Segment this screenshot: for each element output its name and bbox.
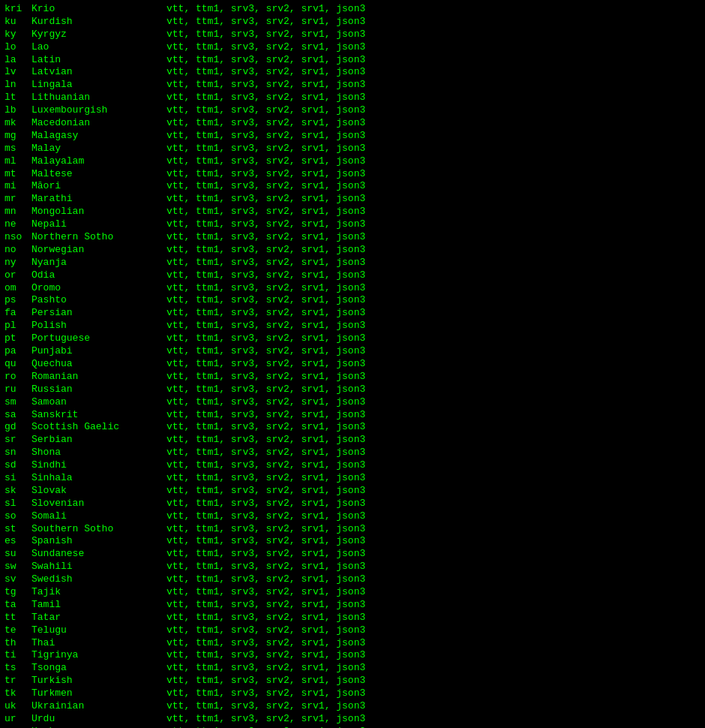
lang-formats: vtt, ttm1, srv3, srv2, srv1, json3 (166, 434, 365, 447)
lang-name: Shona (32, 447, 166, 459)
lang-code: sw (4, 561, 32, 573)
lang-formats: vtt, ttm1, srv3, srv2, srv1, json3 (166, 104, 365, 117)
table-row: tgTajikvtt, ttm1, srv3, srv2, srv1, json… (4, 586, 700, 599)
lang-formats: vtt, ttm1, srv3, srv2, srv1, json3 (166, 371, 365, 384)
table-row: teTeluguvtt, ttm1, srv3, srv2, srv1, jso… (4, 624, 700, 637)
lang-name: Samoan (32, 396, 166, 409)
table-row: swSwahilivtt, ttm1, srv3, srv2, srv1, js… (4, 561, 700, 573)
lang-formats: vtt, ttm1, srv3, srv2, srv1, json3 (166, 535, 365, 548)
lang-formats: vtt, ttm1, srv3, srv2, srv1, json3 (166, 447, 365, 459)
lang-code: es (4, 535, 32, 548)
table-row: siSinhalavtt, ttm1, srv3, srv2, srv1, js… (4, 472, 700, 485)
lang-formats: vtt, ttm1, srv3, srv2, srv1, json3 (166, 649, 365, 662)
lang-name: Latin (32, 54, 166, 67)
lang-formats: vtt, ttm1, srv3, srv2, srv1, json3 (166, 79, 365, 92)
table-row: taTamilvtt, ttm1, srv3, srv2, srv1, json… (4, 599, 700, 612)
lang-formats: vtt, ttm1, srv3, srv2, srv1, json3 (166, 662, 365, 675)
table-row: tsTsongavtt, ttm1, srv3, srv2, srv1, jso… (4, 662, 700, 675)
lang-name: Slovak (32, 485, 166, 498)
table-row: noNorwegianvtt, ttm1, srv3, srv2, srv1, … (4, 244, 700, 257)
lang-formats: vtt, ttm1, srv3, srv2, srv1, json3 (166, 485, 365, 498)
lang-formats: vtt, ttm1, srv3, srv2, srv1, json3 (166, 713, 365, 726)
lang-name: Tigrinya (32, 649, 166, 662)
lang-formats: vtt, ttm1, srv3, srv2, srv1, json3 (166, 307, 365, 320)
lang-name: Nyanja (32, 257, 166, 269)
lang-name: Macedonian (32, 117, 166, 130)
lang-name: Turkish (32, 675, 166, 687)
lang-formats: vtt, ttm1, srv3, srv2, srv1, json3 (166, 155, 365, 168)
lang-name: Kyrgyz (32, 29, 166, 41)
lang-name: Lingala (32, 79, 166, 92)
lang-name: Lao (32, 41, 166, 54)
lang-code: la (4, 54, 32, 67)
table-row: snShonavtt, ttm1, srv3, srv2, srv1, json… (4, 447, 700, 459)
lang-formats: vtt, ttm1, srv3, srv2, srv1, json3 (166, 168, 365, 181)
table-row: mnMongolianvtt, ttm1, srv3, srv2, srv1, … (4, 206, 700, 218)
table-row: nsoNorthern Sothovtt, ttm1, srv3, srv2, … (4, 231, 700, 244)
language-list: kriKriovtt, ttm1, srv3, srv2, srv1, json… (4, 3, 700, 728)
lang-formats: vtt, ttm1, srv3, srv2, srv1, json3 (166, 282, 365, 295)
table-row: ptPortuguesevtt, ttm1, srv3, srv2, srv1,… (4, 332, 700, 345)
lang-name: Lithuanian (32, 92, 166, 104)
lang-code: lv (4, 66, 32, 79)
table-row: quQuechuavtt, ttm1, srv3, srv2, srv1, js… (4, 358, 700, 371)
lang-code: ts (4, 662, 32, 675)
lang-name: Norwegian (32, 244, 166, 257)
lang-name: Sindhi (32, 459, 166, 472)
lang-name: Telugu (32, 624, 166, 637)
table-row: urUrduvtt, ttm1, srv3, srv2, srv1, json3 (4, 713, 700, 726)
table-row: suSundanesevtt, ttm1, srv3, srv2, srv1, … (4, 548, 700, 561)
lang-code: mk (4, 117, 32, 130)
lang-code: su (4, 548, 32, 561)
lang-formats: vtt, ttm1, srv3, srv2, srv1, json3 (166, 396, 365, 409)
lang-formats: vtt, ttm1, srv3, srv2, srv1, json3 (166, 384, 365, 396)
lang-code: or (4, 269, 32, 282)
lang-name: Somali (32, 510, 166, 523)
lang-formats: vtt, ttm1, srv3, srv2, srv1, json3 (166, 687, 365, 700)
terminal: kriKriovtt, ttm1, srv3, srv2, srv1, json… (4, 3, 700, 728)
lang-name: Malagasy (32, 130, 166, 143)
table-row: loLaovtt, ttm1, srv3, srv2, srv1, json3 (4, 41, 700, 54)
lang-name: Sinhala (32, 472, 166, 485)
lang-code: ur (4, 713, 32, 726)
lang-name: Krio (32, 3, 166, 16)
lang-code: ru (4, 384, 32, 396)
table-row: trTurkishvtt, ttm1, srv3, srv2, srv1, js… (4, 675, 700, 687)
lang-code: pt (4, 332, 32, 345)
lang-name: Kurdish (32, 16, 166, 29)
lang-formats: vtt, ttm1, srv3, srv2, srv1, json3 (166, 3, 365, 16)
table-row: kyKyrgyzvtt, ttm1, srv3, srv2, srv1, jso… (4, 29, 700, 41)
lang-code: sr (4, 434, 32, 447)
lang-formats: vtt, ttm1, srv3, srv2, srv1, json3 (166, 472, 365, 485)
lang-formats: vtt, ttm1, srv3, srv2, srv1, json3 (166, 573, 365, 586)
lang-code: ml (4, 155, 32, 168)
lang-code: ky (4, 29, 32, 41)
table-row: lnLingalavtt, ttm1, srv3, srv2, srv1, js… (4, 79, 700, 92)
lang-code: kri (4, 3, 32, 16)
lang-name: Pashto (32, 294, 166, 307)
lang-formats: vtt, ttm1, srv3, srv2, srv1, json3 (166, 624, 365, 637)
table-row: lvLatvianvtt, ttm1, srv3, srv2, srv1, js… (4, 66, 700, 79)
lang-name: Romanian (32, 371, 166, 384)
lang-formats: vtt, ttm1, srv3, srv2, srv1, json3 (166, 510, 365, 523)
lang-formats: vtt, ttm1, srv3, srv2, srv1, json3 (166, 180, 365, 193)
lang-code: ps (4, 294, 32, 307)
table-row: kuKurdishvtt, ttm1, srv3, srv2, srv1, js… (4, 16, 700, 29)
table-row: ukUkrainianvtt, ttm1, srv3, srv2, srv1, … (4, 700, 700, 713)
lang-name: Tamil (32, 599, 166, 612)
lang-formats: vtt, ttm1, srv3, srv2, srv1, json3 (166, 294, 365, 307)
lang-formats: vtt, ttm1, srv3, srv2, srv1, json3 (166, 29, 365, 41)
lang-formats: vtt, ttm1, srv3, srv2, srv1, json3 (166, 637, 365, 650)
lang-code: si (4, 472, 32, 485)
lang-formats: vtt, ttm1, srv3, srv2, srv1, json3 (166, 599, 365, 612)
lang-code: lb (4, 104, 32, 117)
lang-code: sm (4, 396, 32, 409)
lang-name: Scottish Gaelic (32, 421, 166, 434)
lang-name: Swahili (32, 561, 166, 573)
table-row: soSomalivtt, ttm1, srv3, srv2, srv1, jso… (4, 510, 700, 523)
table-row: slSlovenianvtt, ttm1, srv3, srv2, srv1, … (4, 498, 700, 510)
lang-formats: vtt, ttm1, srv3, srv2, srv1, json3 (166, 548, 365, 561)
lang-formats: vtt, ttm1, srv3, srv2, srv1, json3 (166, 66, 365, 79)
table-row: svSwedishvtt, ttm1, srv3, srv2, srv1, js… (4, 573, 700, 586)
lang-formats: vtt, ttm1, srv3, srv2, srv1, json3 (166, 345, 365, 358)
